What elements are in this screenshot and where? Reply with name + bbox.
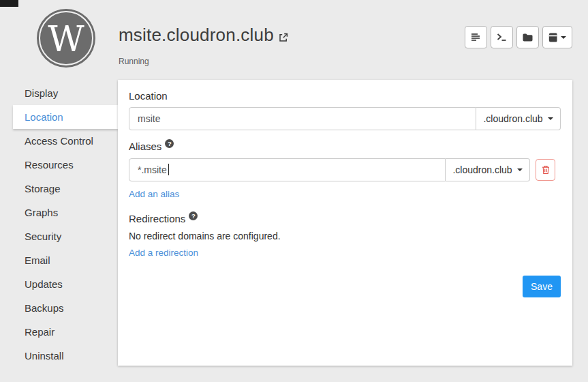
aliases-label-text: Aliases: [129, 141, 161, 152]
sidebar-item-label: Display: [25, 87, 58, 99]
sidebar-item-security[interactable]: Security: [0, 224, 118, 248]
location-label: Location: [129, 90, 561, 102]
alias-row: .cloudron.club: [129, 158, 561, 181]
wordpress-icon: W: [36, 8, 96, 68]
save-button[interactable]: Save: [523, 276, 561, 297]
redirections-empty-text: No redirect domains are configured.: [129, 231, 561, 241]
add-alias-link[interactable]: Add an alias: [129, 189, 179, 199]
sidebar-item-label: Email: [25, 254, 50, 266]
folder-icon: [523, 33, 533, 42]
redirections-label-text: Redirections: [129, 213, 185, 224]
sidebar-item-backups[interactable]: Backups: [0, 296, 118, 320]
app-menu-button[interactable]: [542, 26, 572, 48]
alias-input[interactable]: [129, 158, 446, 181]
navbar-edge: [0, 0, 18, 7]
sidebar-item-label: Updates: [25, 278, 63, 290]
status-badge: Running: [119, 57, 149, 66]
sidebar-item-label: Access Control: [25, 135, 93, 147]
app-logo: W: [36, 8, 96, 68]
app-configure-page: W msite.cloudron.club Running: [0, 0, 588, 382]
page-title: msite.cloudron.club: [119, 25, 288, 47]
sidebar-item-label: Graphs: [25, 207, 58, 218]
sidebar-item-display[interactable]: Display: [0, 81, 118, 105]
text-cursor: [168, 164, 169, 175]
sidebar-item-label: Backups: [25, 302, 64, 314]
delete-alias-button[interactable]: [536, 159, 555, 181]
svg-text:W: W: [48, 18, 84, 59]
sidebar-item-label: Uninstall: [25, 350, 64, 362]
terminal-icon: [497, 33, 507, 42]
alias-domain-dropdown[interactable]: .cloudron.club: [446, 158, 530, 181]
sidebar-item-updates[interactable]: Updates: [0, 272, 118, 296]
file-manager-button[interactable]: [516, 26, 539, 48]
aliases-help-icon[interactable]: ?: [165, 139, 174, 148]
sidebar-item-graphs[interactable]: Graphs: [0, 201, 118, 224]
chevron-down-icon: [548, 117, 553, 123]
chevron-down-icon: [517, 168, 523, 174]
location-settings-panel: Location .cloudron.club Aliases ? .cl: [118, 80, 572, 366]
location-label-text: Location: [129, 90, 168, 102]
aliases-label: Aliases ?: [129, 141, 561, 152]
trash-icon: [542, 165, 550, 175]
location-domain-dropdown[interactable]: .cloudron.club: [476, 107, 561, 130]
logs-button[interactable]: [465, 26, 487, 48]
sidebar-item-label: Resources: [25, 159, 74, 171]
add-redirection-link[interactable]: Add a redirection: [129, 248, 198, 258]
terminal-button[interactable]: [491, 26, 513, 48]
sidebar-item-storage[interactable]: Storage: [0, 177, 118, 201]
save-row: Save: [129, 276, 561, 297]
sidebar-item-location[interactable]: Location: [13, 105, 118, 129]
sidebar-item-resources[interactable]: Resources: [0, 153, 118, 177]
redirections-label: Redirections ?: [129, 213, 561, 224]
sidebar-item-email[interactable]: Email: [0, 248, 118, 272]
location-domain-value: .cloudron.club: [483, 113, 542, 124]
app-domain-title: msite.cloudron.club: [119, 25, 274, 46]
sidebar-item-label: Storage: [25, 183, 61, 194]
location-input[interactable]: [129, 107, 476, 130]
sidebar-item-label: Repair: [25, 326, 55, 338]
sidebar-item-access-control[interactable]: Access Control: [0, 129, 118, 153]
sidebar-item-label: Location: [25, 111, 63, 123]
redirections-help-icon[interactable]: ?: [189, 211, 198, 220]
chevron-down-icon: [561, 36, 566, 42]
sidebar-item-uninstall[interactable]: Uninstall: [0, 344, 118, 368]
header-toolbar: [465, 26, 572, 48]
book-icon: [548, 33, 557, 42]
settings-sidebar: Display Location Access Control Resource…: [0, 81, 118, 368]
sidebar-item-repair[interactable]: Repair: [0, 320, 118, 344]
external-link-icon[interactable]: [279, 26, 288, 47]
logs-icon: [471, 33, 481, 42]
alias-domain-value: .cloudron.club: [452, 164, 512, 175]
location-input-group: .cloudron.club: [129, 107, 561, 130]
sidebar-item-label: Security: [25, 231, 61, 242]
